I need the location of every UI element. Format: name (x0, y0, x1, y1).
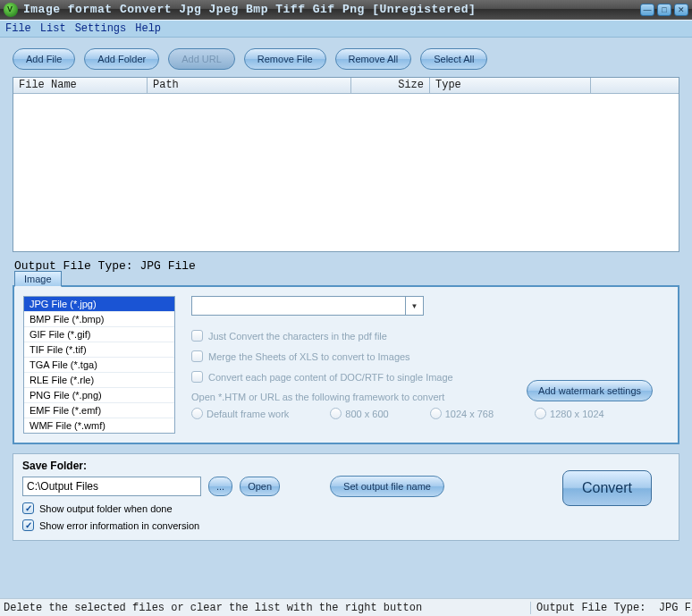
toolbar: Add File Add Folder Add URL Remove File … (13, 48, 679, 70)
list-item[interactable]: EMF File (*.emf) (24, 403, 174, 418)
add-folder-button[interactable]: Add Folder (84, 48, 159, 70)
set-output-name-button[interactable]: Set output file name (330, 476, 444, 497)
list-item[interactable]: RLE File (*.rle) (24, 373, 174, 388)
col-filename[interactable]: File Name (13, 78, 148, 93)
menubar: File List Settings Help (0, 20, 692, 38)
list-item[interactable]: BMP File (*.bmp) (24, 312, 174, 327)
list-item[interactable]: GIF File (*.gif) (24, 327, 174, 342)
list-item[interactable]: WMF File (*.wmf) (24, 418, 174, 433)
status-right: Output File Type: JPG File (531, 602, 692, 614)
add-url-button: Add URL (168, 48, 235, 70)
radio-1280 (535, 408, 546, 419)
checkbox-show-error[interactable]: ✓ (22, 519, 34, 531)
menu-settings[interactable]: Settings (75, 22, 127, 35)
checkbox-doc-single (191, 371, 203, 383)
output-type-label: Output File Type: JPG File (14, 259, 678, 273)
radio-1024 (430, 408, 442, 419)
checkbox-pdf-chars (191, 330, 203, 342)
col-path[interactable]: Path (148, 78, 351, 93)
open-button[interactable]: Open (240, 477, 280, 496)
col-size[interactable]: Size (351, 78, 430, 93)
remove-file-button[interactable]: Remove File (244, 48, 326, 70)
label-show-folder: Show output folder when done (39, 503, 173, 514)
label-show-error: Show error information in conversion (39, 520, 199, 531)
label-pdf-chars: Just Convert the characters in the pdf f… (208, 331, 387, 342)
titlebar: Image format Convert Jpg Jpeg Bmp Tiff G… (0, 0, 692, 20)
menu-file[interactable]: File (5, 22, 31, 35)
options-dropdown[interactable]: ▼ (191, 296, 424, 316)
add-watermark-button[interactable]: Add watermark settings (527, 380, 653, 401)
menu-help[interactable]: Help (135, 22, 161, 35)
remove-all-button[interactable]: Remove All (335, 48, 412, 70)
save-folder-group: Save Folder: ... Open Set output file na… (13, 453, 679, 541)
list-item[interactable]: TIF File (*.tif) (24, 342, 174, 358)
menu-list[interactable]: List (40, 22, 66, 35)
list-item[interactable]: JPG File (*.jpg) (24, 297, 174, 312)
list-item[interactable]: TGA File (*.tga) (24, 358, 174, 373)
radio-800 (330, 408, 342, 419)
format-list[interactable]: JPG File (*.jpg) BMP File (*.bmp) GIF Fi… (23, 296, 175, 434)
tab-image[interactable]: Image (14, 271, 62, 287)
col-type[interactable]: Type (430, 78, 591, 93)
list-item[interactable]: PNG File (*.png) (24, 388, 174, 403)
label-doc-single: Convert each page content of DOC/RTF to … (208, 372, 453, 383)
statusbar: Delete the selected files or clear the l… (0, 598, 692, 616)
select-all-button[interactable]: Select All (420, 48, 487, 70)
maximize-button[interactable]: □ (657, 4, 671, 16)
image-tab-panel: Image JPG File (*.jpg) BMP File (*.bmp) … (13, 285, 679, 444)
add-file-button[interactable]: Add File (13, 48, 75, 70)
close-button[interactable]: ✕ (674, 4, 688, 16)
radio-default (191, 408, 203, 419)
app-icon (4, 3, 18, 17)
status-left: Delete the selected files or clear the l… (0, 602, 531, 614)
chevron-down-icon[interactable]: ▼ (405, 297, 423, 315)
window-title: Image format Convert Jpg Jpeg Bmp Tiff G… (23, 3, 476, 16)
file-table[interactable]: File Name Path Size Type (13, 77, 679, 252)
table-body[interactable] (13, 94, 679, 251)
browse-button[interactable]: ... (208, 477, 232, 496)
convert-button[interactable]: Convert (562, 470, 652, 506)
minimize-button[interactable]: — (640, 4, 654, 16)
checkbox-show-folder[interactable]: ✓ (22, 502, 34, 514)
label-merge-xls: Merge the Sheets of XLS to convert to Im… (208, 351, 410, 362)
checkbox-merge-xls (191, 350, 203, 362)
save-path-input[interactable] (22, 477, 201, 496)
